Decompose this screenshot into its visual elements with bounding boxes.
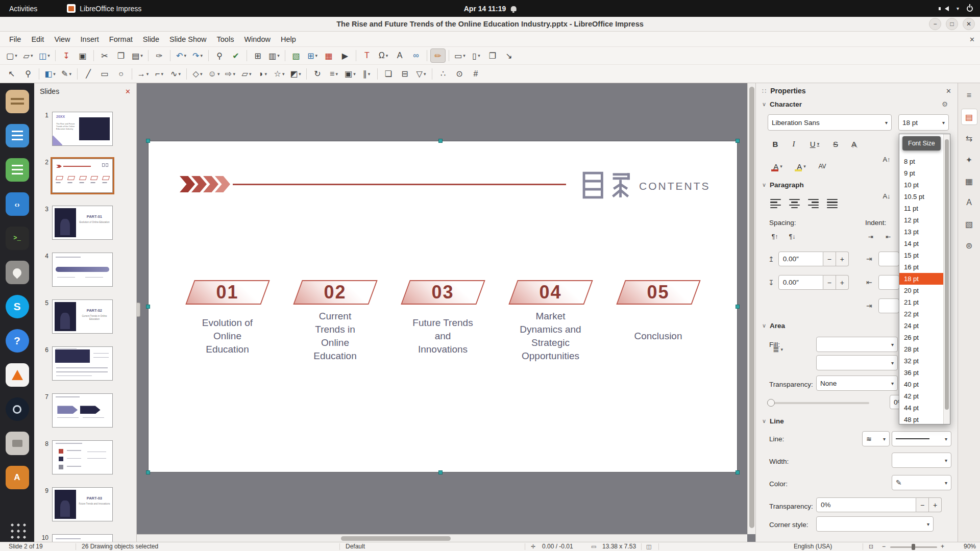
special-character-icon[interactable]: Ω bbox=[376, 48, 391, 63]
new-document-icon[interactable]: ▢ bbox=[4, 48, 19, 63]
insert-image-icon[interactable]: ▧ bbox=[288, 48, 304, 63]
font-size-option[interactable]: 8 pt bbox=[899, 156, 943, 167]
highlight-color-button[interactable]: A bbox=[791, 159, 812, 173]
divider[interactable] bbox=[306, 68, 307, 80]
section-character-title[interactable]: Character bbox=[770, 101, 802, 108]
slide-thumbnail-7[interactable]: 7 bbox=[38, 393, 136, 428]
master-slides-tab-icon[interactable]: ▦ bbox=[961, 173, 977, 189]
align-objects-icon[interactable]: ≡ bbox=[326, 67, 341, 81]
show-applications-button[interactable] bbox=[9, 521, 26, 539]
collapse-chevron-icon[interactable]: ∨ bbox=[762, 101, 766, 108]
document-modified-icon[interactable]: ◫ bbox=[646, 542, 651, 551]
selection-handle[interactable] bbox=[146, 305, 150, 309]
line-color-combo[interactable]: ✎ ▾ bbox=[892, 475, 951, 490]
chevron-down-icon[interactable]: ▾ bbox=[927, 521, 929, 527]
libreoffice-writer-icon[interactable] bbox=[6, 124, 29, 147]
cut-icon[interactable]: ✂ bbox=[97, 48, 112, 63]
insert-textbox-icon[interactable]: T bbox=[359, 48, 375, 63]
insert-line-icon[interactable]: ╱ bbox=[81, 67, 96, 81]
maximize-button[interactable]: □ bbox=[946, 18, 958, 30]
section-line-title[interactable]: Line bbox=[770, 417, 784, 425]
master-slide-name[interactable]: Default bbox=[346, 542, 365, 551]
divider[interactable] bbox=[449, 50, 449, 61]
close-document-icon[interactable]: ✕ bbox=[969, 36, 975, 43]
fontwork-icon[interactable]: A bbox=[392, 48, 407, 63]
slide-transition-tab-icon[interactable]: ⇆ bbox=[961, 130, 977, 146]
find-replace-icon[interactable]: ⚲ bbox=[212, 48, 227, 63]
panel-close-icon[interactable]: ✕ bbox=[946, 87, 951, 95]
redo-icon[interactable]: ↷ bbox=[190, 48, 205, 63]
section-area-title[interactable]: Area bbox=[770, 322, 785, 330]
font-size-option[interactable]: 10.5 pt bbox=[899, 191, 943, 203]
insert-table-icon[interactable]: ⊞ bbox=[305, 48, 320, 63]
distribute-icon[interactable]: ∥ bbox=[359, 67, 374, 81]
chevron-down-icon[interactable]: ▾ bbox=[891, 360, 894, 366]
scrollbar-thumb[interactable] bbox=[945, 139, 949, 410]
strikethrough-button[interactable]: S bbox=[827, 137, 844, 151]
undo-icon[interactable]: ↶ bbox=[174, 48, 189, 63]
menu-window[interactable]: Window bbox=[239, 32, 276, 46]
minus-button[interactable]: − bbox=[823, 252, 836, 266]
text-language[interactable]: English (USA) bbox=[794, 542, 832, 551]
font-size-combo[interactable]: 18 pt▾ bbox=[898, 114, 949, 131]
sidebar-menu-icon[interactable]: ≡ bbox=[961, 87, 977, 104]
font-name-combo[interactable]: Liberation Sans▾ bbox=[768, 114, 892, 131]
vlc-icon[interactable] bbox=[6, 363, 29, 387]
font-size-option[interactable]: 18 pt bbox=[899, 273, 943, 285]
indent-before-field[interactable] bbox=[878, 252, 899, 266]
terminal-icon[interactable]: >_ bbox=[6, 227, 29, 250]
font-size-option[interactable]: 22 pt bbox=[899, 308, 943, 320]
arrange-icon[interactable]: ▣ bbox=[342, 67, 358, 81]
selection-handle[interactable] bbox=[146, 470, 150, 474]
flowchart-icon[interactable]: ▱ bbox=[239, 67, 254, 81]
menu-slide-show[interactable]: Slide Show bbox=[164, 32, 212, 46]
character-spacing-button[interactable]: AV bbox=[814, 159, 830, 173]
divider[interactable] bbox=[432, 68, 432, 80]
plus-button[interactable]: + bbox=[836, 275, 849, 290]
fill-type-combo[interactable]: ▾ bbox=[816, 337, 898, 352]
toc-item[interactable]: 02 Current Trends in Online Education bbox=[294, 280, 377, 365]
export-pdf-icon[interactable]: ↧ bbox=[59, 48, 74, 63]
divider[interactable] bbox=[186, 68, 187, 80]
selection-handle[interactable] bbox=[736, 470, 740, 474]
lines-arrows-icon[interactable]: → bbox=[135, 67, 151, 81]
slide-thumbnail-list[interactable]: 1 20XX The Rise and Future Trends of the… bbox=[34, 102, 136, 542]
stars-banners-icon[interactable]: ☆ bbox=[272, 67, 287, 81]
section-paragraph-title[interactable]: Paragraph bbox=[770, 181, 804, 189]
symbol-shapes-icon[interactable]: ☺ bbox=[206, 67, 222, 81]
font-size-option[interactable]: 14 pt bbox=[899, 238, 943, 249]
selection-handle[interactable] bbox=[438, 470, 443, 474]
slide-thumbnail-6[interactable]: 6 bbox=[38, 346, 136, 381]
zoom-icon[interactable]: ⚲ bbox=[20, 67, 36, 81]
font-color-button[interactable]: A bbox=[767, 159, 789, 173]
font-size-option[interactable]: 42 pt bbox=[899, 390, 943, 402]
divider[interactable] bbox=[170, 50, 170, 61]
ellipse-icon[interactable]: ○ bbox=[113, 67, 129, 81]
slide-thumbnail-1[interactable]: 1 20XX The Rise and Future Trends of the… bbox=[38, 112, 136, 146]
paste-icon[interactable]: ▤ bbox=[130, 48, 145, 63]
focused-app-menu[interactable]: LibreOffice Impress bbox=[67, 4, 141, 13]
slide-thumbnail-8[interactable]: 8 bbox=[38, 440, 136, 474]
toc-item[interactable]: 05 Conclusion bbox=[617, 280, 700, 365]
shadow-button[interactable]: A bbox=[846, 137, 862, 151]
3d-objects-icon[interactable]: ◩ bbox=[288, 67, 303, 81]
font-size-option[interactable]: 26 pt bbox=[899, 332, 943, 343]
glue-points-icon[interactable]: ⊙ bbox=[452, 67, 467, 81]
slide-thumbnail-10[interactable]: 10 bbox=[38, 534, 136, 542]
font-size-option[interactable]: 12 pt bbox=[899, 214, 943, 226]
sidebar-settings-icon[interactable]: ⚙ bbox=[942, 100, 948, 108]
minus-button[interactable]: − bbox=[823, 275, 836, 290]
font-size-option[interactable]: 32 pt bbox=[899, 355, 943, 367]
divider[interactable] bbox=[148, 50, 149, 61]
decrease-indent-button[interactable]: ⇤ bbox=[880, 230, 896, 243]
menu-format[interactable]: Format bbox=[104, 32, 138, 46]
align-center-button[interactable] bbox=[786, 196, 803, 211]
edit-points-icon[interactable]: ∴ bbox=[435, 67, 451, 81]
increase-font-size-button[interactable]: A↑ bbox=[878, 152, 895, 166]
font-size-option[interactable]: 40 pt bbox=[899, 379, 943, 390]
toc-item[interactable]: 03 Future Trends and Innovations bbox=[402, 280, 484, 365]
arrow-style-combo[interactable]: ≋ ▾ bbox=[862, 431, 890, 446]
vscode-icon[interactable]: ‹› bbox=[6, 192, 29, 216]
bold-button[interactable]: B bbox=[767, 137, 783, 151]
italic-button[interactable]: I bbox=[786, 137, 802, 151]
